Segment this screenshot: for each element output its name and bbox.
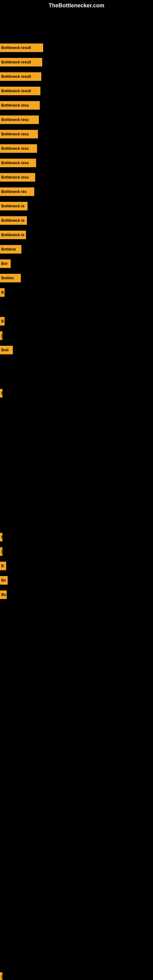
bottleneck-label: E — [1, 535, 2, 539]
bottleneck-bar: Bottleneck re — [0, 202, 27, 210]
bottleneck-bar: Bott — [0, 346, 13, 354]
bottleneck-label: Bottleneck resu — [1, 132, 29, 136]
bottleneck-label: Bottleneck res — [1, 189, 27, 194]
bottleneck-bar: | — [0, 972, 2, 980]
bottleneck-label: | — [1, 549, 2, 554]
bottleneck-label: Bo — [1, 578, 6, 582]
bottleneck-bar: Bottleneck resu — [0, 101, 40, 110]
bottleneck-bar: Bottleneck result — [0, 87, 40, 95]
bottleneck-label: Bottleneck re — [1, 218, 24, 223]
bottleneck-bar: Bot — [0, 259, 11, 268]
bottleneck-bar: Bottlene — [0, 245, 21, 254]
bottleneck-bar: Bottleneck resu — [0, 115, 39, 124]
bottleneck-label: Bottleneck resu — [1, 175, 29, 180]
bottleneck-bar: Bottleneck re — [0, 231, 26, 239]
bottleneck-label: Bottleneck re — [1, 233, 24, 237]
bottleneck-label: Bottlen — [1, 276, 14, 280]
bottleneck-label: E — [1, 391, 2, 395]
bottleneck-label: Bottleneck result — [1, 89, 31, 93]
bottleneck-bar: Bo — [0, 576, 8, 585]
bottleneck-bar: | — [0, 331, 2, 340]
bottleneck-label: Bottleneck result — [1, 75, 31, 79]
bottleneck-bar: Bottleneck result — [0, 72, 41, 81]
bottleneck-label: Bottleneck result — [1, 60, 31, 64]
bottleneck-bar: Bottleneck resu — [0, 159, 36, 167]
bottleneck-label: Bottleneck resu — [1, 118, 29, 122]
site-title: TheBottlenecker.com — [0, 0, 153, 11]
bottleneck-bar: | — [0, 547, 2, 556]
bottleneck-label: Bo — [1, 593, 6, 597]
bottleneck-bar: Bottleneck re — [0, 216, 27, 225]
bottleneck-label: B — [1, 564, 4, 568]
bottleneck-bar: Bottleneck resu — [0, 173, 35, 181]
bottleneck-bar: Bo — [0, 590, 7, 599]
bottleneck-label: | — [1, 334, 2, 338]
bottleneck-label: | — [1, 975, 2, 979]
bottleneck-label: Bottleneck resu — [1, 146, 29, 151]
bottleneck-label: Bottleneck resu — [1, 161, 29, 165]
bottleneck-bar: E — [0, 533, 2, 541]
bottleneck-bar: Bottleneck res — [0, 188, 34, 196]
bottleneck-label: Bot — [1, 261, 7, 266]
bottleneck-label: Bottlene — [1, 247, 16, 251]
bottleneck-label: Bottleneck re — [1, 204, 24, 208]
bottleneck-label: Bottleneck resu — [1, 103, 29, 108]
bottleneck-bar: B — [0, 562, 6, 570]
bottleneck-label: Bott — [1, 348, 9, 352]
bottleneck-label: Bottleneck result — [1, 46, 31, 50]
bottleneck-bar: Bottleneck resu — [0, 144, 37, 153]
bottleneck-bar: Bottleneck result — [0, 43, 43, 52]
bottleneck-bar: Bottleneck resu — [0, 130, 38, 138]
bottleneck-bar: B — [0, 288, 5, 297]
bottleneck-label: B — [1, 319, 4, 323]
bottleneck-bar: E — [0, 389, 2, 398]
bottleneck-label: B — [1, 290, 4, 294]
bottleneck-bar: Bottlen — [0, 274, 21, 282]
bottleneck-bar: Bottleneck result — [0, 58, 42, 67]
bottleneck-bar: B — [0, 317, 5, 326]
